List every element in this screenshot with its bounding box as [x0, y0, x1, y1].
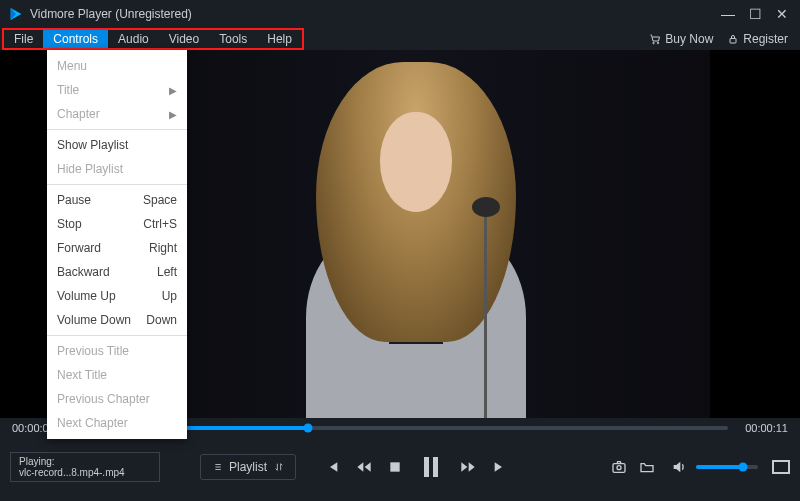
- dd-next-chapter: Next Chapter: [47, 411, 187, 435]
- video-frame: [122, 50, 710, 418]
- time-total: 00:00:11: [738, 422, 788, 434]
- seek-thumb[interactable]: [304, 424, 313, 433]
- volume-track[interactable]: [696, 465, 758, 469]
- capture-group: [610, 459, 656, 475]
- stop-button[interactable]: [388, 460, 402, 474]
- list-icon: [211, 462, 223, 472]
- menubar-right: Buy Now Register: [649, 28, 798, 50]
- dd-menu: Menu: [47, 54, 187, 78]
- svg-rect-9: [390, 462, 399, 471]
- dd-chapter: Chapter▶: [47, 102, 187, 126]
- open-folder-button[interactable]: [638, 459, 656, 475]
- rewind-button[interactable]: [356, 459, 372, 475]
- menubar: File Controls Audio Video Tools Help Buy…: [0, 28, 800, 50]
- now-playing-box: Playing: vlc-record...8.mp4-.mp4: [10, 452, 160, 482]
- separator: [47, 184, 187, 185]
- separator: [47, 335, 187, 336]
- dd-forward[interactable]: ForwardRight: [47, 236, 187, 260]
- dd-title: Title▶: [47, 78, 187, 102]
- menubar-highlighted-group: File Controls Audio Video Tools Help: [2, 28, 304, 50]
- dd-prev-chapter: Previous Chapter: [47, 387, 187, 411]
- transport-controls: [324, 454, 508, 480]
- maximize-button[interactable]: ☐: [749, 7, 762, 21]
- now-playing-file: vlc-record...8.mp4-.mp4: [19, 467, 151, 478]
- fullscreen-button[interactable]: [772, 460, 790, 474]
- register-button[interactable]: Register: [727, 32, 788, 46]
- controls-dropdown: Menu Title▶ Chapter▶ Show Playlist Hide …: [47, 50, 187, 439]
- controls-bar: Playing: vlc-record...8.mp4-.mp4 Playlis…: [0, 438, 800, 496]
- dd-backward[interactable]: BackwardLeft: [47, 260, 187, 284]
- dd-prev-title: Previous Title: [47, 339, 187, 363]
- svg-point-0: [653, 42, 655, 44]
- right-controls: [610, 459, 790, 475]
- dd-next-title: Next Title: [47, 363, 187, 387]
- menu-tools[interactable]: Tools: [209, 30, 257, 48]
- now-playing-label: Playing:: [19, 456, 151, 467]
- dd-hide-playlist: Hide Playlist: [47, 157, 187, 181]
- svg-rect-10: [613, 464, 625, 473]
- next-track-button[interactable]: [492, 459, 508, 475]
- dd-stop[interactable]: StopCtrl+S: [47, 212, 187, 236]
- snapshot-button[interactable]: [610, 459, 628, 475]
- svg-point-11: [617, 466, 621, 470]
- playlist-button[interactable]: Playlist: [200, 454, 296, 480]
- chevron-right-icon: ▶: [169, 85, 177, 96]
- menu-file[interactable]: File: [4, 30, 43, 48]
- lock-icon: [727, 33, 739, 45]
- menu-help[interactable]: Help: [257, 30, 302, 48]
- cart-icon: [649, 33, 661, 45]
- fast-forward-button[interactable]: [460, 459, 476, 475]
- menu-controls[interactable]: Controls: [43, 30, 108, 48]
- svg-rect-2: [730, 39, 736, 44]
- app-logo-icon: [8, 6, 24, 22]
- volume-group: [670, 459, 758, 475]
- dd-show-playlist[interactable]: Show Playlist: [47, 133, 187, 157]
- window-title: Vidmore Player (Unregistered): [30, 7, 721, 21]
- separator: [47, 129, 187, 130]
- sort-icon: [273, 462, 285, 472]
- buy-now-button[interactable]: Buy Now: [649, 32, 713, 46]
- pause-button[interactable]: [418, 454, 444, 480]
- chevron-right-icon: ▶: [169, 109, 177, 120]
- menu-video[interactable]: Video: [159, 30, 209, 48]
- playlist-label: Playlist: [229, 460, 267, 474]
- dd-volume-down[interactable]: Volume DownDown: [47, 308, 187, 332]
- close-button[interactable]: ✕: [776, 7, 788, 21]
- volume-thumb[interactable]: [738, 463, 747, 472]
- menu-audio[interactable]: Audio: [108, 30, 159, 48]
- video-subject: [311, 62, 521, 418]
- dd-pause[interactable]: PauseSpace: [47, 188, 187, 212]
- titlebar: Vidmore Player (Unregistered) — ☐ ✕: [0, 0, 800, 28]
- volume-fill: [696, 465, 743, 469]
- dd-volume-up[interactable]: Volume UpUp: [47, 284, 187, 308]
- minimize-button[interactable]: —: [721, 7, 735, 21]
- speaker-icon[interactable]: [670, 459, 688, 475]
- buy-now-label: Buy Now: [665, 32, 713, 46]
- prev-track-button[interactable]: [324, 459, 340, 475]
- register-label: Register: [743, 32, 788, 46]
- window-controls: — ☐ ✕: [721, 7, 792, 21]
- svg-point-1: [658, 42, 660, 44]
